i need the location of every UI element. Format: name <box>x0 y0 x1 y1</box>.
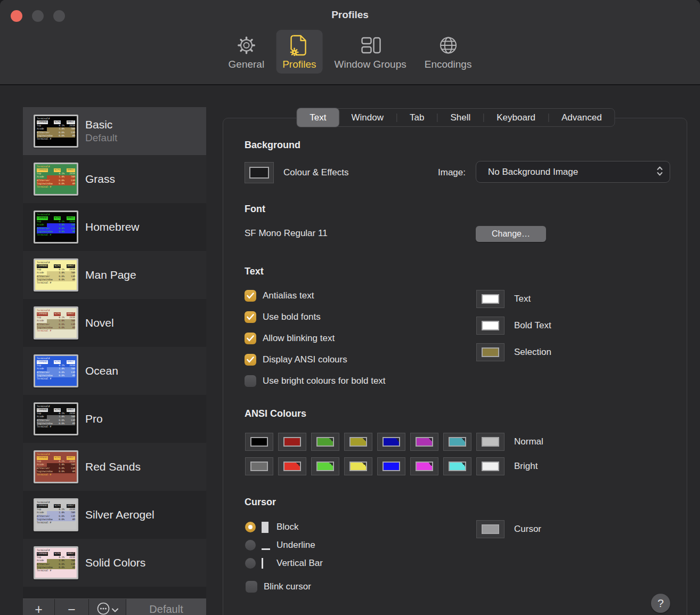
thumbnail-terminal-preview: Terminal#COMMAND%CPURPRVTtop4.1%231KXcod… <box>35 548 77 578</box>
thumbnail-terminal-preview: Terminal#COMMAND%CPURPRVTtop4.1%231KXcod… <box>35 404 77 434</box>
more-options-button[interactable] <box>89 599 126 615</box>
colour-well-label: Bold Text <box>514 320 551 331</box>
thumbnail-cell: 4M <box>64 278 75 281</box>
checkbox-display-ansi-colours[interactable] <box>245 354 256 366</box>
colour-well-row: Selection <box>476 343 551 361</box>
thumbnail-cell: 4M <box>64 326 75 329</box>
profile-labels: Man Page <box>85 269 136 281</box>
ansi-colour-well[interactable] <box>278 433 306 451</box>
profile-row[interactable]: Terminal#COMMAND%CPURPRVTtop4.1%231KXcod… <box>23 251 206 299</box>
ansi-colour-well[interactable] <box>344 457 372 475</box>
profile-thumbnail: Terminal#COMMAND%CPURPRVTtop4.1%231KXcod… <box>34 498 78 531</box>
remove-profile-button[interactable]: − <box>55 599 89 615</box>
profile-thumbnail: Terminal#COMMAND%CPURPRVTtop4.1%231KXcod… <box>34 258 78 292</box>
colour-swatch <box>482 347 499 357</box>
profile-row[interactable]: Terminal#COMMAND%CPURPRVTtop4.1%231KXcod… <box>23 395 206 443</box>
toolbar-item-general[interactable]: General <box>222 30 271 74</box>
tab-window[interactable]: Window <box>339 109 396 126</box>
profile-tabbar: TextWindowTabShellKeyboardAdvanced <box>297 108 615 127</box>
radio-block[interactable] <box>245 522 256 532</box>
checkbox-use-bright-colours-for-bold-text[interactable] <box>245 375 256 387</box>
thumbnail-prompt-text: Terminal # <box>37 329 75 333</box>
profile-thumbnail: Terminal#COMMAND%CPURPRVTtop4.1%231KXcod… <box>34 306 78 339</box>
profile-row[interactable]: Terminal#COMMAND%CPURPRVTtop4.1%231KXcod… <box>23 539 206 587</box>
tab-advanced[interactable]: Advanced <box>549 109 615 126</box>
ansi-colour-well[interactable] <box>344 433 372 451</box>
radio-vertical-bar[interactable] <box>245 558 256 569</box>
ansi-colour-well[interactable] <box>476 457 504 475</box>
thumbnail-terminal-preview: Terminal#COMMAND%CPURPRVTtop4.1%231KXcod… <box>35 212 77 242</box>
profile-row[interactable]: Terminal#COMMAND%CPURPRVTtop4.1%231KXcod… <box>23 107 206 155</box>
background-image-select[interactable]: No Background Image <box>476 161 670 183</box>
preferences-window: Profiles General <box>0 0 700 615</box>
ansi-colour-well[interactable] <box>245 433 273 451</box>
custom-colour-fold <box>329 438 333 442</box>
ansi-colour-well[interactable] <box>377 433 405 451</box>
text-option-row: Antialias text <box>245 290 314 302</box>
custom-colour-fold <box>329 463 333 466</box>
ansi-colour-well[interactable] <box>377 457 405 475</box>
set-default-button[interactable]: Default <box>126 599 206 615</box>
tab-text[interactable]: Text <box>297 108 339 127</box>
ansi-section-header: ANSI Colours <box>245 408 306 419</box>
profile-row[interactable]: Terminal#COMMAND%CPURPRVTtop4.1%231KXcod… <box>23 347 206 395</box>
thumbnail-prompt-text: Terminal # <box>37 281 75 285</box>
checkbox-allow-blinking-text[interactable] <box>245 333 256 344</box>
thumbnail-terminal-preview: Terminal#COMMAND%CPURPRVTtop4.1%231KXcod… <box>35 452 77 482</box>
blink-cursor-checkbox[interactable] <box>246 581 257 593</box>
ansi-colour-well[interactable] <box>443 433 471 451</box>
text-option-row: Use bold fonts <box>245 311 321 323</box>
profile-row[interactable]: Terminal#COMMAND%CPURPRVTtop4.1%231KXcod… <box>23 203 206 251</box>
ansi-colour-swatch <box>416 462 433 471</box>
thumbnail-cell: 4M <box>64 374 75 377</box>
bold-text-colour-well[interactable] <box>476 317 504 335</box>
cursor-option-label: Underline <box>276 540 315 551</box>
custom-colour-fold <box>461 438 465 442</box>
radio-underline[interactable] <box>245 540 256 551</box>
thumbnail-cell: 0.0% <box>55 182 64 185</box>
thumbnail-cell: 4M <box>64 230 75 233</box>
ansi-colour-swatch <box>416 437 433 447</box>
profile-row[interactable]: Terminal#COMMAND%CPURPRVTtop4.1%231KXcod… <box>23 299 206 347</box>
ansi-colour-well[interactable] <box>410 433 438 451</box>
thumbnail-cell: 0.0% <box>55 278 64 281</box>
thumbnail-cell: 0.0% <box>55 230 64 233</box>
profile-labels: Solid Colors <box>85 556 145 569</box>
ansi-colour-well[interactable] <box>311 433 339 451</box>
ansi-colour-swatch <box>283 437 301 447</box>
ansi-colour-well[interactable] <box>311 457 339 475</box>
change-font-button[interactable]: Change… <box>476 226 546 242</box>
profile-row[interactable]: Terminal#COMMAND%CPURPRVTtop4.1%231KXcod… <box>23 491 206 539</box>
ansi-colour-well[interactable] <box>443 457 471 475</box>
toolbar-item-encodings[interactable]: Encodings <box>418 30 478 74</box>
custom-colour-fold <box>395 438 399 442</box>
add-profile-button[interactable]: + <box>23 599 55 615</box>
tab-keyboard[interactable]: Keyboard <box>484 109 548 126</box>
glyph <box>262 558 263 569</box>
background-section-header: Background <box>245 140 300 151</box>
toolbar-item-profiles[interactable]: Profiles <box>276 30 322 74</box>
help-button[interactable]: ? <box>651 594 670 613</box>
toolbar-label: General <box>229 59 265 70</box>
ansi-colour-well[interactable] <box>245 457 273 475</box>
cursor-option-row: Block <box>245 521 299 533</box>
profile-row[interactable]: Terminal#COMMAND%CPURPRVTtop4.1%231KXcod… <box>23 443 206 491</box>
thumbnail-cell: 0.0% <box>55 134 64 137</box>
checkbox-antialias-text[interactable] <box>245 290 256 302</box>
profile-row[interactable]: Terminal#COMMAND%CPURPRVTtop4.1%231KXcod… <box>23 155 206 203</box>
colour-well-label: Text <box>514 294 531 304</box>
tab-shell[interactable]: Shell <box>437 109 483 126</box>
text-colour-well[interactable] <box>476 290 504 308</box>
cursor-colour-well[interactable] <box>476 520 504 538</box>
selection-colour-well[interactable] <box>476 343 504 361</box>
ansi-colour-well[interactable] <box>476 433 504 451</box>
ansi-colour-well[interactable] <box>278 457 306 475</box>
checkbox-use-bold-fonts[interactable] <box>245 311 256 323</box>
tab-tab[interactable]: Tab <box>397 109 437 126</box>
checkbox-label: Allow blinking text <box>263 333 335 344</box>
toolbar-item-window-groups[interactable]: Window Groups <box>328 30 413 74</box>
ansi-colour-swatch <box>316 462 334 471</box>
ansi-colour-swatch <box>250 462 268 471</box>
background-colour-well[interactable] <box>245 162 274 183</box>
ansi-colour-well[interactable] <box>410 457 438 475</box>
